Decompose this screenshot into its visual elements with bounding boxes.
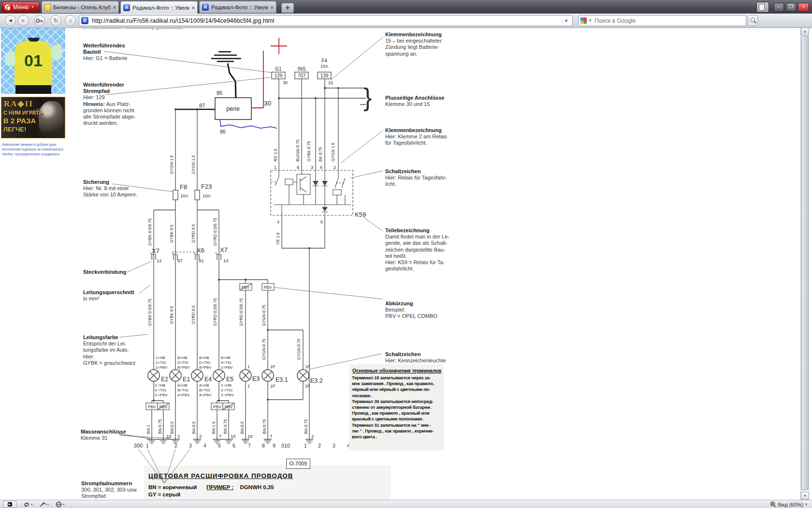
russian-note-line: лю " . Провод , как правило , коричне- [352, 428, 444, 434]
russian-note-line: Терминал 31 запитывается на " зем - [352, 422, 444, 428]
swoosh-icon [40, 502, 46, 508]
chevron-down-icon: ▾ [63, 503, 65, 507]
legend-item: GY = серый [148, 491, 197, 498]
search-box[interactable]: ▼ [578, 15, 746, 26]
russian-note-line: лосками . [352, 393, 444, 399]
url-input[interactable] [91, 17, 559, 25]
legend-item: BN = коричневый [148, 484, 197, 491]
tab-1[interactable]: RРадикал-Фото :: Увели...× [120, 1, 198, 14]
legend-example-label: ПРИМЕР : [206, 484, 233, 490]
ad-banner-game[interactable]: RA◆II С НИМ ИГРАТЬ В 2 РАЗА ЛЕГЧЕ! [1, 97, 65, 138]
russian-note-line: Провод , как правило , красный или [352, 410, 444, 416]
ad-text-line: ЛЕГЧЕ! [3, 126, 26, 133]
tab-title: Радикал-Фото :: Увели... [132, 5, 189, 11]
zoom-level-label: Вид (60%) [778, 502, 803, 508]
radikal-favicon: R [81, 17, 88, 24]
ad-text-link[interactable]: Бесплатная подписка на новый выпуск [2, 147, 74, 152]
key-icon [34, 15, 44, 26]
forward-button[interactable]: ► [18, 15, 29, 26]
ad-text-line: В 2 РАЗА [3, 117, 36, 125]
address-dropdown-arrow-icon[interactable]: ▼ [562, 18, 570, 23]
tab-close-icon[interactable]: × [192, 5, 195, 11]
back-button[interactable]: ◄ [5, 15, 16, 26]
legend-example: ПРИМЕР : DGNWH 0,35 [206, 484, 274, 490]
ad-text-link[interactable]: Ликбез: географические координаты [2, 152, 74, 157]
search-go-button[interactable] [748, 15, 758, 26]
panel-toggle-button[interactable]: ▶ [3, 501, 16, 508]
tab-title: Билинзы - Опель Клуб ... [53, 4, 111, 10]
russian-note: Основные обозначения терминалов Терминал… [349, 364, 444, 450]
search-engine-chevron-icon[interactable]: ▼ [588, 18, 592, 23]
minimize-button[interactable]: – [774, 3, 784, 12]
tab-title: Радикал-Фото :: Увели... [211, 4, 268, 10]
russian-note-line: чёрный или чёрный с цветными по- [352, 387, 444, 392]
scrollbar-thumb[interactable] [801, 36, 809, 490]
google-icon [580, 17, 587, 24]
restore-button[interactable]: ❐ [786, 3, 796, 12]
russian-note-line: мок зажигания . Провод , как правило, [352, 381, 444, 387]
sync-arrows-icon [23, 502, 30, 508]
ad-banner-goalkeeper[interactable]: 01 [1, 28, 65, 94]
magnifier-icon [750, 17, 755, 22]
frame-number-box: O-7009 [286, 459, 310, 469]
window-controls: – ❐ × [756, 2, 809, 13]
panels-toggle-icon[interactable] [756, 2, 769, 13]
zoom-in-magnifier-icon [770, 501, 776, 508]
russian-note-line: Терминал 15 запитывается через за- [352, 375, 444, 381]
menu-label: Меню [13, 4, 29, 11]
russian-note-line: красный с цветными полосками . [352, 416, 444, 422]
goalkeeper-glove [5, 51, 15, 66]
radikal-icon: R [202, 4, 209, 11]
russian-note-line: Терминал 30 запитывается непосред- [352, 399, 444, 404]
navigation-toolbar: ◄ ► ↻ ⌂ R ▼ ▼ [0, 14, 812, 28]
close-button[interactable]: × [798, 3, 809, 12]
tab-2[interactable]: RРадикал-Фото :: Увели...× [199, 1, 276, 13]
scroll-up-arrow-icon[interactable]: ▲ [801, 28, 809, 35]
legend-title: ЦВЕТОВАЯ РАСШИФРОВКА ПРОВОДОВ [148, 472, 293, 479]
goalkeeper-glove [51, 45, 62, 60]
game-character [39, 101, 64, 137]
russian-note-line: вого цвета . [352, 434, 444, 440]
chevron-down-icon: ▾ [31, 503, 33, 507]
russian-note-line: ственно от аккумуляторной батареи . [352, 404, 444, 410]
search-input[interactable] [594, 17, 744, 25]
network-button[interactable]: ▾ [56, 501, 65, 508]
tab-bar: Билинзы - Опель Клуб ...×RРадикал-Фото :… [42, 1, 276, 14]
game-logo: RA◆II [4, 99, 33, 109]
status-bar: ▶ ▾ ▾ ▾ Вид (60%) ▾ [0, 500, 812, 508]
chevron-down-icon: ▾ [47, 503, 49, 507]
doc-icon [44, 4, 51, 11]
wand-key-button[interactable] [34, 15, 45, 26]
legend-items: BN = коричневыйGY = серый [148, 484, 197, 498]
russian-note-title: Основные обозначения терминалов [352, 368, 444, 374]
opera-menu-button[interactable]: Меню ▾ [2, 1, 40, 13]
tab-close-icon[interactable]: × [113, 4, 116, 10]
reload-button[interactable]: ↻ [50, 15, 61, 26]
sync-button[interactable]: ▾ [23, 502, 33, 508]
ad-links: Кавказские овчарки в добрые рукиБесплатн… [2, 142, 74, 157]
ad-text-line: С НИМ ИГРАТЬ [3, 110, 43, 116]
goalkeeper-shorts [15, 85, 51, 94]
radikal-icon: R [123, 4, 130, 11]
tab-0[interactable]: Билинзы - Опель Клуб ...× [42, 1, 119, 13]
legend-example-value: DGNWH 0,35 [240, 484, 274, 490]
address-bar[interactable]: R ▼ [79, 15, 573, 26]
zoom-control[interactable]: Вид (60%) ▾ [770, 501, 807, 508]
chevron-down-icon: ▾ [805, 502, 807, 507]
opera-logo-icon [4, 4, 11, 11]
new-tab-button[interactable]: + [281, 3, 294, 13]
unite-button[interactable]: ▾ [40, 502, 49, 508]
home-button[interactable]: ⌂ [65, 15, 76, 26]
ad-text-link[interactable]: Кавказские овчарки в добрые руки [2, 142, 74, 147]
tab-close-icon[interactable]: × [271, 4, 274, 10]
globe-icon [56, 501, 62, 508]
window-titlebar: Меню ▾ Билинзы - Опель Клуб ...×RРадикал… [0, 0, 812, 14]
vertical-scrollbar[interactable]: ▲ ▼ [800, 28, 809, 500]
jersey-number: 01 [14, 51, 52, 70]
play-panel-icon: ▶ [8, 502, 12, 507]
goalkeeper-jersey: 01 [14, 41, 52, 87]
scroll-down-arrow-icon[interactable]: ▼ [801, 492, 809, 500]
chevron-down-icon: ▾ [31, 5, 33, 9]
